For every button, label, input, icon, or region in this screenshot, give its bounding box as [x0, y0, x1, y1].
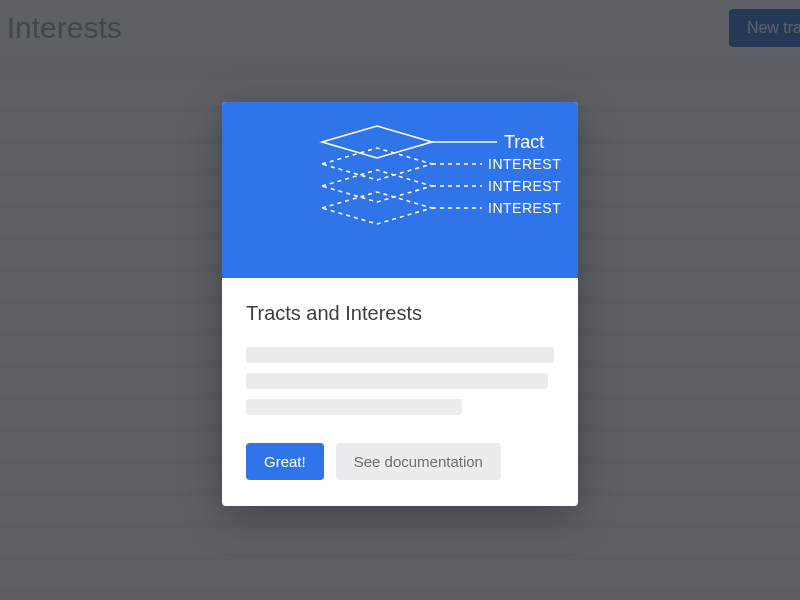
see-documentation-button-label: See documentation — [354, 453, 483, 470]
svg-marker-3 — [322, 192, 432, 224]
hero-label-interest: INTEREST — [488, 200, 561, 216]
svg-marker-0 — [322, 126, 432, 158]
svg-marker-1 — [322, 148, 432, 180]
skeleton-text-line — [246, 373, 548, 389]
modal-body: Tracts and Interests Great! See document… — [222, 278, 578, 506]
svg-marker-2 — [322, 170, 432, 202]
great-button-label: Great! — [264, 453, 306, 470]
modal-overlay[interactable]: Tract INTEREST INTEREST INTEREST Tracts … — [0, 0, 800, 600]
hero-label-interest: INTEREST — [488, 156, 561, 172]
hero-label-interest: INTEREST — [488, 178, 561, 194]
modal-hero-illustration: Tract INTEREST INTEREST INTEREST — [222, 102, 578, 278]
see-documentation-button[interactable]: See documentation — [336, 443, 501, 480]
modal-actions: Great! See documentation — [246, 443, 554, 480]
hero-label-tract: Tract — [504, 132, 544, 153]
skeleton-text-line — [246, 399, 462, 415]
modal-title: Tracts and Interests — [246, 302, 554, 325]
great-button[interactable]: Great! — [246, 443, 324, 480]
onboarding-modal: Tract INTEREST INTEREST INTEREST Tracts … — [222, 102, 578, 506]
skeleton-text-line — [246, 347, 554, 363]
